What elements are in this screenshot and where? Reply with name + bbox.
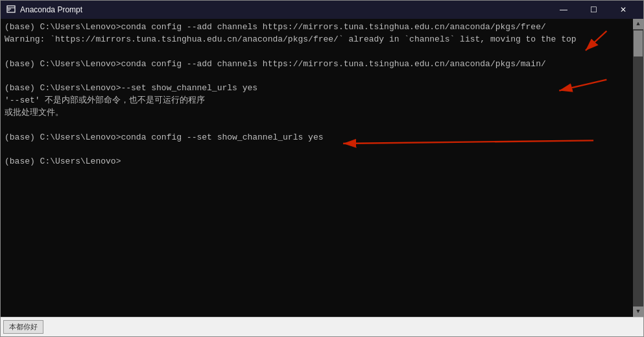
- title-bar: Anaconda Prompt — ☐ ✕: [1, 1, 643, 19]
- scroll-up-button[interactable]: ▲: [633, 19, 643, 29]
- taskbar: 本都你好: [1, 317, 643, 336]
- minimize-button[interactable]: —: [549, 1, 578, 19]
- svg-rect-2: [8, 9, 11, 10]
- scrollbar[interactable]: ▲ ▼: [633, 19, 643, 317]
- terminal-body: (base) C:\Users\Lenovo>conda config --ad…: [1, 19, 643, 317]
- svg-rect-3: [8, 10, 10, 11]
- scroll-down-button[interactable]: ▼: [633, 306, 643, 317]
- maximize-button[interactable]: ☐: [578, 1, 608, 19]
- taskbar-item[interactable]: 本都你好: [3, 320, 43, 334]
- scroll-thumb[interactable]: [634, 31, 643, 56]
- app-icon: [6, 5, 16, 15]
- window-controls: — ☐ ✕: [549, 1, 638, 19]
- close-button[interactable]: ✕: [608, 1, 638, 19]
- terminal-content[interactable]: (base) C:\Users\Lenovo>conda config --ad…: [1, 19, 633, 317]
- window: Anaconda Prompt — ☐ ✕ (base) C:\Users\Le…: [0, 0, 644, 337]
- window-title: Anaconda Prompt: [20, 5, 549, 14]
- terminal-wrapper: (base) C:\Users\Lenovo>conda config --ad…: [1, 19, 633, 317]
